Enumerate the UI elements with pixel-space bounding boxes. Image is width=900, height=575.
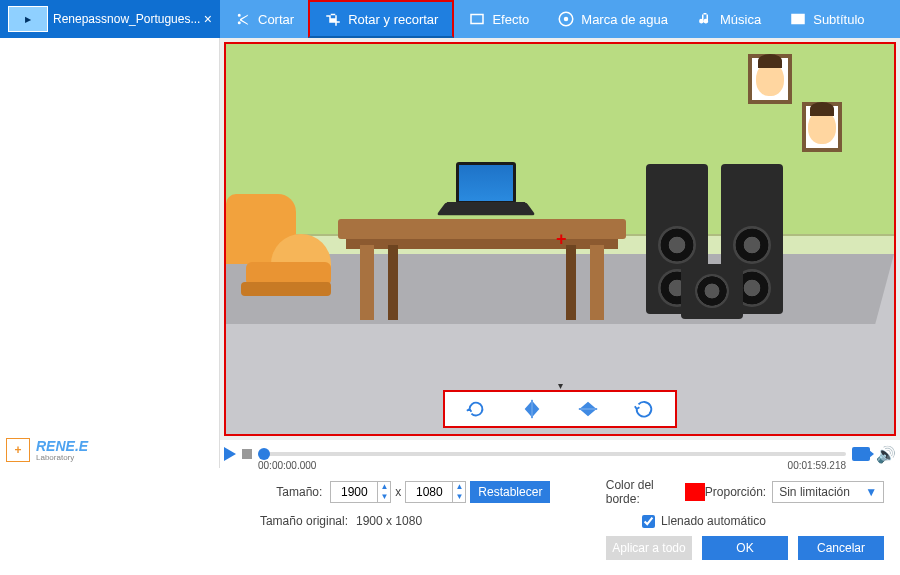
tab-watermark[interactable]: Marca de agua xyxy=(543,0,682,38)
ratio-value: Sin limitación xyxy=(779,485,850,499)
orig-size-label: Tamaño original: xyxy=(16,514,356,528)
subtitle-icon xyxy=(789,10,807,28)
cancel-button[interactable]: Cancelar xyxy=(798,536,884,560)
dropdown-arrow-icon: ▼ xyxy=(865,485,877,499)
size-label: Tamaño: xyxy=(16,485,330,499)
autofill-label: Llenado automático xyxy=(661,514,766,528)
brand-sub: Laboratory xyxy=(36,453,88,462)
close-tab-icon[interactable]: × xyxy=(204,11,212,27)
tab-watermark-label: Marca de agua xyxy=(581,12,668,27)
tab-rotate-label: Rotar y recortar xyxy=(348,12,438,27)
center-crosshair-icon: + xyxy=(556,229,567,250)
scene-sofa xyxy=(226,194,336,304)
tab-cut[interactable]: Cortar xyxy=(220,0,308,38)
tab-rotate-crop[interactable]: Rotar y recortar xyxy=(308,0,454,38)
svg-rect-2 xyxy=(531,400,532,418)
svg-rect-3 xyxy=(579,408,597,409)
play-button[interactable] xyxy=(224,447,236,461)
brand-name: RENE.E xyxy=(36,439,88,453)
autofill-checkbox[interactable] xyxy=(642,515,655,528)
ratio-label: Proporción: xyxy=(705,485,766,499)
tab-music-label: Música xyxy=(720,12,761,27)
timeline-knob[interactable] xyxy=(258,448,270,460)
svg-point-1 xyxy=(564,17,569,22)
scene-table xyxy=(338,219,626,329)
volume-icon[interactable]: 🔊 xyxy=(876,445,896,464)
flip-horizontal-icon[interactable] xyxy=(521,398,543,420)
width-spinner[interactable]: ▲▼ xyxy=(378,481,391,503)
height-input[interactable] xyxy=(405,481,453,503)
apply-all-button[interactable]: Aplicar a todo xyxy=(606,536,692,560)
tab-subtitle-label: Subtítulo xyxy=(813,12,864,27)
width-input[interactable] xyxy=(330,481,378,503)
flip-vertical-icon[interactable] xyxy=(577,398,599,420)
file-tab[interactable]: ▶ Renepassnow_Portugues... × xyxy=(0,0,220,38)
ratio-select[interactable]: Sin limitación ▼ xyxy=(772,481,884,503)
scene-frame-2 xyxy=(802,102,842,152)
reset-rotation-icon[interactable] xyxy=(633,398,655,420)
tab-effect[interactable]: Efecto xyxy=(454,0,543,38)
tab-subtitle[interactable]: Subtítulo xyxy=(775,0,878,38)
sidebar: + RENE.E Laboratory xyxy=(0,38,220,468)
crop-rotate-icon xyxy=(324,10,342,28)
music-icon xyxy=(696,10,714,28)
border-color-label: Color del borde: xyxy=(606,478,685,506)
tab-label: Renepassnow_Portugues... xyxy=(53,12,204,26)
collapse-tools-icon[interactable]: ▾ xyxy=(558,380,563,391)
border-color-swatch[interactable] xyxy=(685,483,705,501)
transport-bar: 00:00:00.000 00:01:59.218 🔊 xyxy=(220,440,900,468)
tab-music[interactable]: Música xyxy=(682,0,775,38)
reset-size-button[interactable]: Restablecer xyxy=(470,481,550,503)
snapshot-button[interactable] xyxy=(852,447,870,461)
video-canvas[interactable]: + ▾ xyxy=(220,38,900,440)
scene-laptop xyxy=(446,162,526,222)
rotate-cw-icon[interactable] xyxy=(465,398,487,420)
height-spinner[interactable]: ▲▼ xyxy=(453,481,466,503)
timeline-track[interactable]: 00:00:00.000 00:01:59.218 xyxy=(258,452,846,456)
watermark-icon xyxy=(557,10,575,28)
effect-icon xyxy=(468,10,486,28)
settings-panel: Tamaño: ▲▼ x ▲▼ Restablecer Color del bo… xyxy=(0,468,900,575)
time-current: 00:00:00.000 xyxy=(258,460,316,471)
crop-selection[interactable]: + ▾ xyxy=(224,42,896,436)
brand-logo: + RENE.E Laboratory xyxy=(6,438,88,462)
toolbar: Cortar Rotar y recortar Efecto Marca de … xyxy=(220,0,900,38)
rotate-tools-panel xyxy=(443,390,677,428)
brand-plus-icon: + xyxy=(6,438,30,462)
ok-button[interactable]: OK xyxy=(702,536,788,560)
orig-size-value: 1900 x 1080 xyxy=(356,514,422,528)
tab-cut-label: Cortar xyxy=(258,12,294,27)
size-x: x xyxy=(395,485,401,499)
scene-subwoofer xyxy=(681,264,743,319)
stop-button[interactable] xyxy=(242,449,252,459)
scene-frame-1 xyxy=(748,54,792,104)
tab-thumbnail: ▶ xyxy=(8,6,48,32)
time-total: 00:01:59.218 xyxy=(788,460,846,471)
tab-effect-label: Efecto xyxy=(492,12,529,27)
scissors-icon xyxy=(234,10,252,28)
